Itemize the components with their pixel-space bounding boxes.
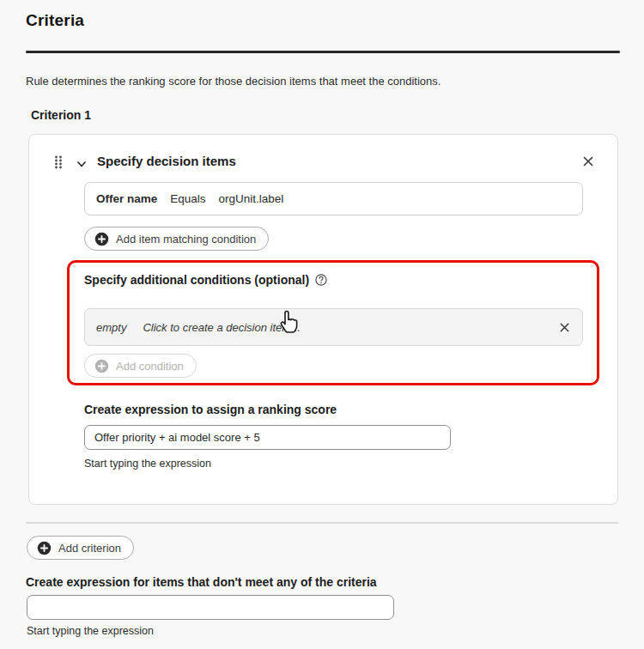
section-divider bbox=[26, 522, 618, 524]
ranking-expression-input[interactable] bbox=[84, 425, 451, 450]
fallback-expression-input[interactable] bbox=[27, 595, 394, 620]
plus-circle-icon bbox=[94, 359, 109, 373]
empty-condition-hint: Click to create a decision item... bbox=[143, 321, 301, 334]
condition-operator: Equals bbox=[170, 192, 205, 205]
item-matching-condition-row[interactable]: Offer name Equals orgUnit.label bbox=[84, 182, 583, 215]
criterion-card-header: Specify decision items bbox=[29, 154, 617, 173]
add-criterion-button[interactable]: Add criterion bbox=[27, 536, 134, 560]
empty-condition-label: empty bbox=[96, 321, 126, 334]
empty-condition-row[interactable]: empty Click to create a decision item... bbox=[84, 308, 583, 346]
drag-handle-icon[interactable] bbox=[54, 155, 63, 169]
condition-field: Offer name bbox=[96, 192, 157, 205]
fallback-expression-title: Create expression for items that don't m… bbox=[26, 575, 377, 589]
page-description: Rule determines the ranking score for th… bbox=[26, 75, 440, 88]
condition-value: orgUnit.label bbox=[219, 192, 284, 205]
additional-conditions-title: Specify additional conditions (optional) bbox=[84, 273, 309, 287]
help-icon[interactable] bbox=[315, 274, 327, 286]
additional-conditions-header: Specify additional conditions (optional) bbox=[84, 273, 327, 287]
criterion-label: Criterion 1 bbox=[31, 108, 91, 122]
add-item-matching-condition-label: Add item matching condition bbox=[116, 233, 256, 246]
plus-circle-icon bbox=[37, 541, 52, 555]
add-condition-label: Add condition bbox=[116, 360, 184, 373]
criteria-page: Criteria Rule determines the ranking sco… bbox=[0, 0, 644, 649]
remove-condition-icon[interactable] bbox=[558, 321, 571, 334]
chevron-down-icon[interactable] bbox=[76, 157, 87, 167]
fallback-expression-helper: Start typing the expression bbox=[27, 625, 154, 637]
add-criterion-label: Add criterion bbox=[58, 542, 121, 555]
ranking-expression-title: Create expression to assign a ranking sc… bbox=[84, 403, 337, 416]
add-condition-button[interactable]: Add condition bbox=[84, 354, 197, 378]
page-title: Criteria bbox=[26, 11, 84, 30]
title-divider bbox=[26, 51, 620, 53]
ranking-expression-helper: Start typing the expression bbox=[84, 458, 211, 470]
add-item-matching-condition-button[interactable]: Add item matching condition bbox=[84, 227, 269, 251]
close-icon[interactable] bbox=[581, 155, 595, 168]
section-title: Specify decision items bbox=[97, 154, 236, 168]
criterion-card: Specify decision items Offer name Equals… bbox=[28, 134, 618, 505]
plus-circle-icon bbox=[94, 232, 109, 246]
